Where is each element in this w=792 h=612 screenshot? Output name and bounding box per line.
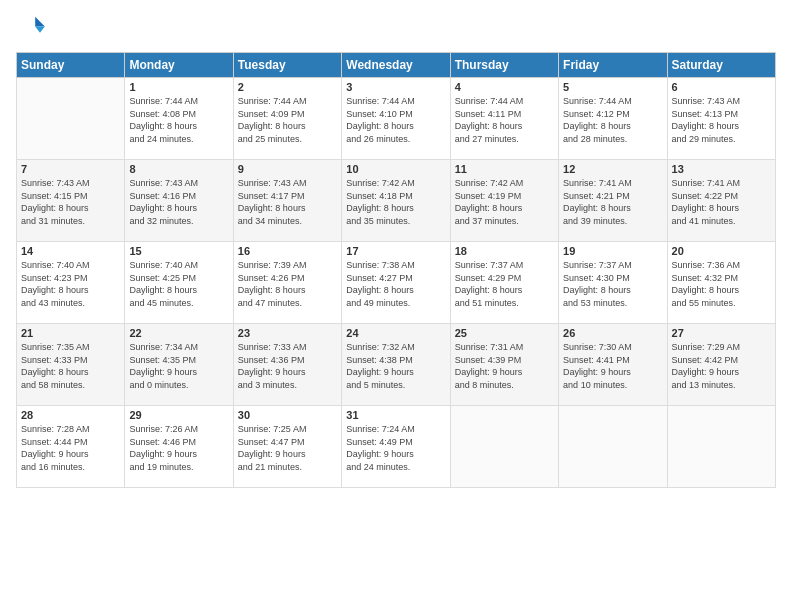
day-content-line: Daylight: 8 hours — [455, 120, 554, 133]
day-number: 8 — [129, 163, 228, 175]
day-content-line: and 49 minutes. — [346, 297, 445, 310]
day-content: Sunrise: 7:43 AMSunset: 4:13 PMDaylight:… — [672, 95, 771, 145]
calendar-cell: 25Sunrise: 7:31 AMSunset: 4:39 PMDayligh… — [450, 324, 558, 406]
calendar-week-row: 7Sunrise: 7:43 AMSunset: 4:15 PMDaylight… — [17, 160, 776, 242]
day-content-line: Sunrise: 7:34 AM — [129, 341, 228, 354]
calendar-cell: 26Sunrise: 7:30 AMSunset: 4:41 PMDayligh… — [559, 324, 667, 406]
day-content: Sunrise: 7:32 AMSunset: 4:38 PMDaylight:… — [346, 341, 445, 391]
day-number: 7 — [21, 163, 120, 175]
day-content: Sunrise: 7:40 AMSunset: 4:23 PMDaylight:… — [21, 259, 120, 309]
day-content: Sunrise: 7:43 AMSunset: 4:16 PMDaylight:… — [129, 177, 228, 227]
day-content-line: Daylight: 8 hours — [563, 120, 662, 133]
weekday-header-row: SundayMondayTuesdayWednesdayThursdayFrid… — [17, 53, 776, 78]
day-content-line: Sunrise: 7:43 AM — [238, 177, 337, 190]
day-content-line: and 8 minutes. — [455, 379, 554, 392]
day-content: Sunrise: 7:44 AMSunset: 4:10 PMDaylight:… — [346, 95, 445, 145]
calendar-cell: 15Sunrise: 7:40 AMSunset: 4:25 PMDayligh… — [125, 242, 233, 324]
day-content-line: Sunset: 4:46 PM — [129, 436, 228, 449]
calendar-cell: 30Sunrise: 7:25 AMSunset: 4:47 PMDayligh… — [233, 406, 341, 488]
day-number: 18 — [455, 245, 554, 257]
svg-marker-0 — [35, 17, 45, 27]
calendar-cell: 6Sunrise: 7:43 AMSunset: 4:13 PMDaylight… — [667, 78, 775, 160]
day-content-line: Sunset: 4:35 PM — [129, 354, 228, 367]
day-content-line: and 13 minutes. — [672, 379, 771, 392]
day-content-line: and 25 minutes. — [238, 133, 337, 146]
day-content: Sunrise: 7:26 AMSunset: 4:46 PMDaylight:… — [129, 423, 228, 473]
day-content-line: Sunset: 4:36 PM — [238, 354, 337, 367]
day-content-line: Sunset: 4:23 PM — [21, 272, 120, 285]
calendar-cell: 3Sunrise: 7:44 AMSunset: 4:10 PMDaylight… — [342, 78, 450, 160]
day-content-line: Sunrise: 7:37 AM — [563, 259, 662, 272]
day-content-line: and 5 minutes. — [346, 379, 445, 392]
day-content-line: Daylight: 9 hours — [129, 366, 228, 379]
logo — [16, 12, 50, 44]
day-content-line: and 37 minutes. — [455, 215, 554, 228]
day-content-line: and 47 minutes. — [238, 297, 337, 310]
day-content-line: and 51 minutes. — [455, 297, 554, 310]
svg-marker-1 — [35, 26, 45, 32]
calendar-cell — [667, 406, 775, 488]
day-number: 16 — [238, 245, 337, 257]
day-content-line: Sunrise: 7:44 AM — [346, 95, 445, 108]
calendar-week-row: 21Sunrise: 7:35 AMSunset: 4:33 PMDayligh… — [17, 324, 776, 406]
day-number: 3 — [346, 81, 445, 93]
day-content-line: Daylight: 8 hours — [21, 366, 120, 379]
day-content-line: Sunset: 4:26 PM — [238, 272, 337, 285]
calendar-cell: 1Sunrise: 7:44 AMSunset: 4:08 PMDaylight… — [125, 78, 233, 160]
day-content: Sunrise: 7:24 AMSunset: 4:49 PMDaylight:… — [346, 423, 445, 473]
day-number: 6 — [672, 81, 771, 93]
day-content-line: Sunrise: 7:28 AM — [21, 423, 120, 436]
calendar-cell: 17Sunrise: 7:38 AMSunset: 4:27 PMDayligh… — [342, 242, 450, 324]
day-number: 28 — [21, 409, 120, 421]
day-content-line: Sunrise: 7:38 AM — [346, 259, 445, 272]
calendar-week-row: 14Sunrise: 7:40 AMSunset: 4:23 PMDayligh… — [17, 242, 776, 324]
day-content-line: Daylight: 9 hours — [346, 366, 445, 379]
day-content-line: and 45 minutes. — [129, 297, 228, 310]
day-content-line: Daylight: 8 hours — [238, 120, 337, 133]
day-content-line: Daylight: 8 hours — [672, 202, 771, 215]
calendar-cell: 10Sunrise: 7:42 AMSunset: 4:18 PMDayligh… — [342, 160, 450, 242]
day-content-line: and 58 minutes. — [21, 379, 120, 392]
weekday-header-friday: Friday — [559, 53, 667, 78]
calendar-cell: 8Sunrise: 7:43 AMSunset: 4:16 PMDaylight… — [125, 160, 233, 242]
day-content-line: Daylight: 8 hours — [455, 202, 554, 215]
day-content-line: Sunset: 4:30 PM — [563, 272, 662, 285]
day-content-line: and 3 minutes. — [238, 379, 337, 392]
calendar-cell: 2Sunrise: 7:44 AMSunset: 4:09 PMDaylight… — [233, 78, 341, 160]
day-number: 5 — [563, 81, 662, 93]
day-content-line: Sunset: 4:29 PM — [455, 272, 554, 285]
day-content-line: Sunset: 4:12 PM — [563, 108, 662, 121]
day-number: 17 — [346, 245, 445, 257]
calendar-table: SundayMondayTuesdayWednesdayThursdayFrid… — [16, 52, 776, 488]
calendar-cell: 27Sunrise: 7:29 AMSunset: 4:42 PMDayligh… — [667, 324, 775, 406]
calendar-cell: 12Sunrise: 7:41 AMSunset: 4:21 PMDayligh… — [559, 160, 667, 242]
day-content-line: Daylight: 9 hours — [129, 448, 228, 461]
day-content-line: Sunrise: 7:25 AM — [238, 423, 337, 436]
day-content-line: Sunset: 4:15 PM — [21, 190, 120, 203]
day-content-line: Sunrise: 7:43 AM — [129, 177, 228, 190]
day-number: 4 — [455, 81, 554, 93]
day-content-line: Sunrise: 7:39 AM — [238, 259, 337, 272]
day-content-line: Sunrise: 7:29 AM — [672, 341, 771, 354]
day-content-line: Sunset: 4:08 PM — [129, 108, 228, 121]
day-content-line: Sunrise: 7:40 AM — [129, 259, 228, 272]
day-content-line: Sunrise: 7:43 AM — [21, 177, 120, 190]
day-content-line: Daylight: 8 hours — [563, 202, 662, 215]
day-content-line: Sunset: 4:25 PM — [129, 272, 228, 285]
day-content: Sunrise: 7:43 AMSunset: 4:17 PMDaylight:… — [238, 177, 337, 227]
day-content: Sunrise: 7:44 AMSunset: 4:09 PMDaylight:… — [238, 95, 337, 145]
day-content-line: and 29 minutes. — [672, 133, 771, 146]
weekday-header-sunday: Sunday — [17, 53, 125, 78]
day-content-line: Sunrise: 7:44 AM — [238, 95, 337, 108]
calendar-cell: 14Sunrise: 7:40 AMSunset: 4:23 PMDayligh… — [17, 242, 125, 324]
day-content-line: Sunset: 4:38 PM — [346, 354, 445, 367]
day-content-line: Daylight: 8 hours — [346, 202, 445, 215]
calendar-cell: 19Sunrise: 7:37 AMSunset: 4:30 PMDayligh… — [559, 242, 667, 324]
calendar-cell: 4Sunrise: 7:44 AMSunset: 4:11 PMDaylight… — [450, 78, 558, 160]
day-content-line: and 24 minutes. — [129, 133, 228, 146]
day-number: 24 — [346, 327, 445, 339]
day-content-line: Sunrise: 7:41 AM — [672, 177, 771, 190]
day-content-line: Daylight: 9 hours — [672, 366, 771, 379]
day-content-line: Daylight: 9 hours — [238, 366, 337, 379]
day-content-line: Daylight: 9 hours — [21, 448, 120, 461]
